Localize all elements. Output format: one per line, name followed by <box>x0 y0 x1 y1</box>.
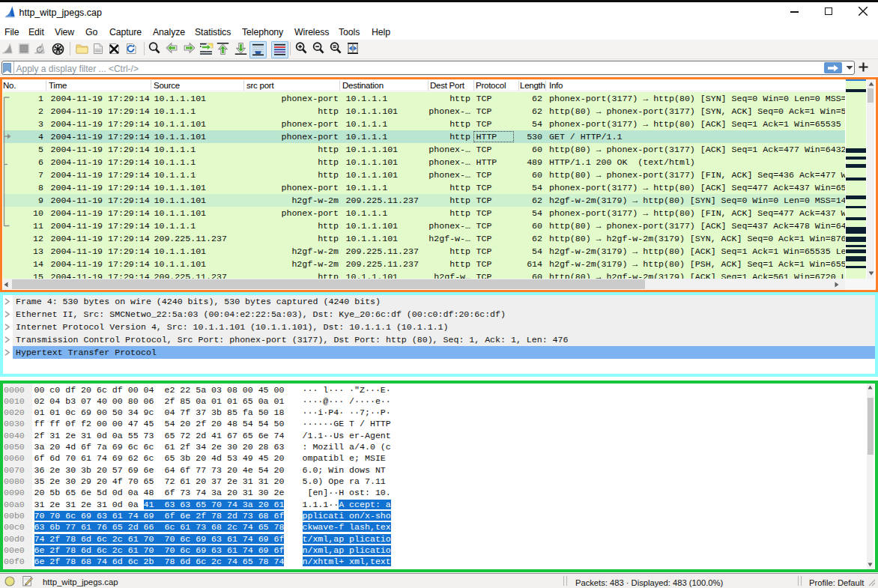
svg-text:010: 010 <box>96 49 100 52</box>
